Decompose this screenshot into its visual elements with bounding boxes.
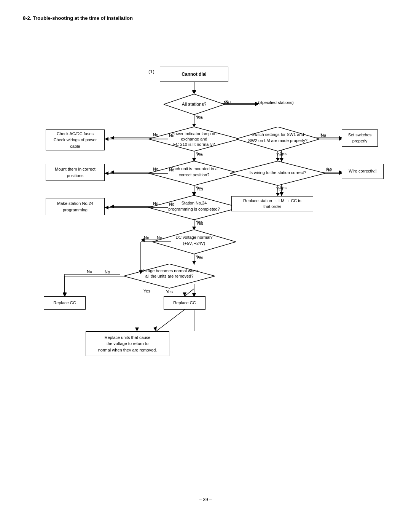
make-station-box: Make station No.24programming [46,198,105,215]
no-label-voltage: No [105,270,110,274]
wiring-station-diamond: Is wiring to the station correct? [230,161,325,187]
no-allstations-label: No [225,99,231,104]
svg-marker-28 [135,328,139,331]
mount-correct-box: Mount them in correctpositions [46,164,105,181]
no-label-dc: No [157,235,162,240]
no-wiring-label: No [326,168,331,172]
replace-station-box: Replace station → LM → CC inthat order [231,196,313,211]
svg-marker-92 [153,326,157,331]
voltage-normal-diamond: Voltage becomes normal when all the unit… [124,264,215,290]
svg-marker-90 [183,292,186,296]
no-label-station: No [153,201,158,206]
svg-text:All stations?: All stations? [182,102,207,107]
svg-marker-98 [276,193,280,196]
yes-power: Yes [196,151,202,156]
yes-allstations: Yes [196,115,202,119]
svg-text:correct position?: correct position? [179,173,210,177]
check-acdc-box: Check AC/DC fusesCheck wirings of powerc… [46,129,105,150]
svg-text:Power indicator lamp on: Power indicator lamp on [172,131,217,136]
svg-marker-1 [192,90,196,94]
svg-marker-71 [105,137,108,141]
yes-station: Yes [196,220,202,224]
svg-text:DC voltage normal?: DC voltage normal? [175,235,212,240]
flowchart-container: (1) Cannot dial All stations? Yes No (Sp… [23,32,388,489]
svg-marker-9 [110,136,114,140]
yes-switch: Yes [280,151,287,156]
svg-text:Station No.24: Station No.24 [182,201,207,205]
svg-marker-13 [110,170,114,174]
page-number: – 39 – [23,497,388,502]
cannot-dial-box: Cannot dial [160,67,228,82]
set-switches-box: Set switchesproperly [342,129,378,147]
svg-marker-96 [339,137,342,141]
yes-dc: Yes [196,254,202,259]
no-station-label: No [169,202,174,206]
svg-marker-81 [192,261,196,264]
svg-text:FC-210 is lit normally?: FC-210 is lit normally? [173,142,215,147]
svg-marker-73 [192,192,196,195]
no-voltage-label: No [87,269,92,274]
specified-stations-label: (Specified stations) [258,100,294,105]
each-unit-diamond: Each unit is mounted in a correct positi… [148,161,240,187]
svg-marker-75 [105,171,108,175]
power-indicator-diamond: Power indicator lamp on exchange and FC-… [148,127,240,153]
svg-text:Voltage becomes normal when: Voltage becomes normal when [141,268,198,273]
wire-correctly-box: Wire correctly;! [342,164,384,179]
svg-marker-77 [192,227,196,230]
switch-settings-diamond: Switch settings for SW1 and SW2 on LM ar… [236,127,320,153]
yes-voltage: Yes [143,289,150,293]
svg-marker-19 [110,204,114,208]
no-power-label: No [169,133,174,138]
no-dc-label: No [144,235,149,240]
yes-eachunit: Yes [196,185,202,190]
svg-line-91 [156,310,185,331]
svg-marker-69 [192,158,196,161]
replace-cc-left-box: Replace CC [44,296,86,310]
svg-marker-63 [192,91,196,94]
svg-marker-65 [192,124,196,127]
svg-marker-67 [255,102,258,106]
step-label: (1) [148,69,155,74]
svg-text:exchange and: exchange and [181,137,207,141]
svg-marker-36 [280,192,284,196]
yes-label-voltage: Yes [166,289,173,294]
no-eachunit-label: No [169,168,174,172]
svg-marker-94 [276,158,280,161]
no-switch-label: No [321,133,326,138]
all-stations-diamond: All stations? [164,94,225,116]
svg-text:Each unit is mounted in a: Each unit is mounted in a [170,166,218,171]
replace-cc-right-box: Replace CC [164,296,206,310]
yes-wiring: Yes [280,185,287,190]
svg-text:Switch settings for SW1 and: Switch settings for SW1 and [252,132,304,137]
svg-text:(+5V,  +24V): (+5V, +24V) [183,241,205,246]
svg-marker-100 [339,171,342,175]
svg-marker-79 [105,206,108,209]
svg-text:Is wiring to the station corre: Is wiring to the station correct? [249,170,306,175]
svg-text:programming is completed?: programming is completed? [168,207,220,211]
page: 8-2. Trouble-shooting at the time of ins… [0,0,411,532]
no-label-power: No [153,133,158,137]
svg-text:SW2 on LM are made properly?: SW2 on LM are made properly? [248,138,307,143]
station-no24-diamond: Station No.24 programming is completed? [148,195,240,221]
svg-line-89 [185,289,194,296]
svg-text:all the units are removed?: all the units are removed? [145,274,194,278]
dc-voltage-diamond: DC voltage normal? (+5V, +24V) [152,230,236,256]
no-label-unit: No [153,167,158,171]
replace-units-box: Replace units that causethe voltage to r… [86,331,169,356]
page-title: 8-2. Trouble-shooting at the time of ins… [23,15,388,21]
svg-marker-88 [63,292,67,296]
